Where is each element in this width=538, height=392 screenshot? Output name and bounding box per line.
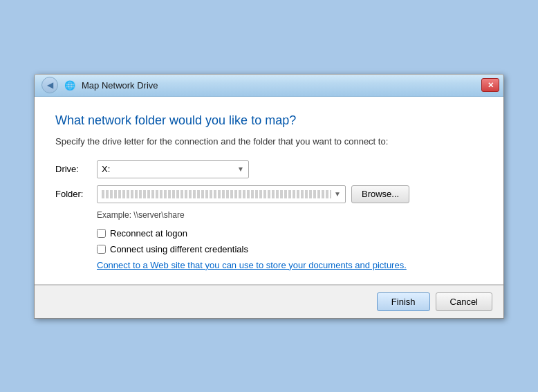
reconnect-checkbox[interactable] [97,229,106,238]
title-bar: ◀ 🌐 Map Network Drive ✕ [35,75,503,97]
credentials-checkbox[interactable] [97,245,106,254]
description-text: Specify the drive letter for the connect… [55,136,483,147]
credentials-label: Connect using different credentials [110,244,248,254]
folder-row: Folder: ▼ Browse... [55,185,483,203]
web-link[interactable]: Connect to a Web site that you can use t… [97,260,407,270]
back-button[interactable]: ◀ [41,77,58,93]
main-heading: What network folder would you like to ma… [55,113,483,128]
finish-button[interactable]: Finish [377,292,430,311]
folder-label: Folder: [55,189,97,199]
content-area: What network folder would you like to ma… [35,97,503,285]
network-icon: 🌐 [64,79,76,91]
browse-button[interactable]: Browse... [351,185,409,203]
title-bar-left: ◀ 🌐 Map Network Drive [41,77,158,93]
credentials-row: Connect using different credentials [97,244,483,254]
reconnect-label: Reconnect at logon [110,228,187,239]
folder-input[interactable]: ▼ [97,185,346,203]
close-button[interactable]: ✕ [481,78,499,92]
folder-dropdown-arrow: ▼ [334,190,341,198]
footer: Finish Cancel [35,285,503,318]
drive-label: Drive: [55,164,97,174]
drive-dropdown-arrow: ▼ [237,165,244,173]
cancel-button[interactable]: Cancel [436,292,492,311]
reconnect-row: Reconnect at logon [97,228,483,239]
map-network-drive-window: ◀ 🌐 Map Network Drive ✕ What network fol… [34,74,504,319]
back-icon: ◀ [47,80,53,90]
drive-value: X: [102,164,110,174]
folder-value-mask [102,190,331,198]
window-title: Map Network Drive [82,80,158,91]
example-text: Example: \\server\share [97,210,483,220]
web-link-row: Connect to a Web site that you can use t… [97,260,483,270]
drive-row: Drive: X: ▼ [55,160,483,178]
drive-dropdown[interactable]: X: ▼ [97,160,249,178]
